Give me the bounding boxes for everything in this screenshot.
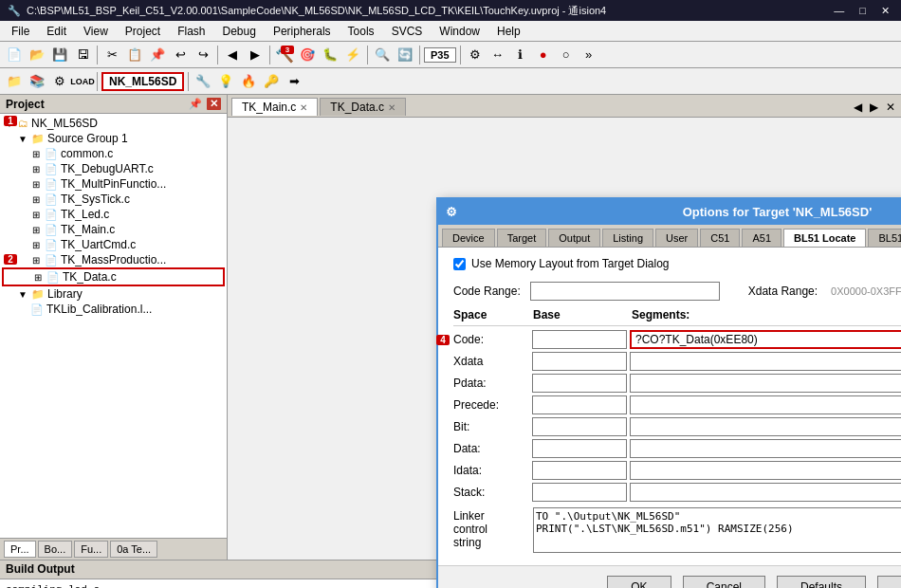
use-memory-checkbox[interactable] [453, 258, 466, 270]
dlg-tab-c51[interactable]: C51 [700, 229, 740, 247]
tree-file-uartcmd[interactable]: ⊞ 📄 TK_UartCmd.c [2, 237, 225, 252]
save-all-button[interactable]: 🖫 [72, 45, 93, 65]
dlg-tab-bl51misc[interactable]: BL51 Misc [868, 229, 901, 247]
code-base-input[interactable] [532, 330, 627, 349]
menu-tools[interactable]: Tools [340, 23, 382, 40]
tab-tkmain[interactable]: TK_Main.c ✕ [231, 98, 318, 116]
arrow-btn[interactable]: ➡ [284, 71, 304, 92]
dlg-tab-device[interactable]: Device [442, 229, 495, 247]
tab-tkdata[interactable]: TK_Data.c ✕ [320, 98, 406, 116]
new-file-button[interactable]: 📄 [4, 45, 25, 65]
precede-base-input[interactable] [532, 395, 627, 414]
panel-tab-fu[interactable]: Fu... [74, 541, 108, 558]
save-button[interactable]: 💾 [49, 45, 70, 65]
debug-btn[interactable]: 🐛 [320, 45, 340, 65]
dlg-tab-output[interactable]: Output [548, 229, 600, 247]
xdata-base-input[interactable] [532, 352, 627, 371]
options-btn[interactable]: ⚙ [465, 45, 486, 65]
load-btn[interactable]: LOAD [72, 71, 93, 92]
menu-edit[interactable]: Edit [39, 23, 74, 40]
menu-peripherals[interactable]: Peripherals [266, 23, 339, 40]
copy-button[interactable]: 📋 [124, 45, 145, 65]
prev-button[interactable]: ◀ [222, 45, 243, 65]
toggle-btn[interactable]: ↔ [487, 45, 508, 65]
maximize-button[interactable]: □ [855, 5, 870, 17]
menu-project[interactable]: Project [118, 23, 168, 40]
dlg-tab-target[interactable]: Target [497, 229, 547, 247]
menu-file[interactable]: File [4, 23, 37, 40]
tree-file-calibration[interactable]: 📄 TKLib_Calibration.l... [2, 302, 225, 317]
dlg-tab-a51[interactable]: A51 [742, 229, 781, 247]
replace-button[interactable]: 🔄 [395, 45, 415, 65]
tree-file-multpin[interactable]: ⊞ 📄 TK_MultPinFunctio... [2, 176, 225, 192]
code-range-input[interactable] [530, 282, 720, 301]
dlg-tab-bl51locate[interactable]: BL51 Locate [783, 229, 866, 247]
linker-control-textarea[interactable]: TO ".\Output\NK_ML56SD" PRINT(".\LST\NK_… [533, 507, 901, 553]
tab-arrow-left[interactable]: ◀ [852, 99, 864, 116]
panel-tab-te[interactable]: 0a Te... [110, 541, 157, 558]
idata-base-input[interactable] [532, 461, 627, 480]
menu-window[interactable]: Window [432, 23, 487, 40]
menu-debug[interactable]: Debug [215, 23, 264, 40]
pdata-base-input[interactable] [532, 374, 627, 393]
menu-help[interactable]: Help [489, 23, 528, 40]
func-btn[interactable]: ⚙ [49, 71, 70, 92]
bit-segments-input[interactable] [630, 417, 901, 436]
info-btn[interactable]: ℹ [510, 45, 531, 65]
dlg-tab-user[interactable]: User [655, 229, 698, 247]
tree-root[interactable]: ▼ 🗂 NK_ML56SD [2, 116, 225, 131]
open-button[interactable]: 📂 [27, 45, 47, 65]
more-btn[interactable]: » [579, 45, 599, 65]
ok-button[interactable]: OK [607, 576, 671, 588]
tab-arrow-right[interactable]: ▶ [868, 99, 880, 116]
stop-btn[interactable]: ○ [556, 45, 577, 65]
chip-btn[interactable]: 💡 [215, 71, 236, 92]
minimize-button[interactable]: — [830, 5, 848, 17]
menu-flash[interactable]: Flash [170, 23, 212, 40]
tree-file-tkdata[interactable]: ⊞ 📄 TK_Data.c [2, 267, 225, 286]
cut-button[interactable]: ✂ [101, 45, 122, 65]
next-button[interactable]: ▶ [245, 45, 266, 65]
find-button[interactable]: 🔍 [372, 45, 393, 65]
tree-file-common[interactable]: ⊞ 📄 common.c [2, 146, 225, 161]
run-btn[interactable]: ● [533, 45, 554, 65]
key-btn[interactable]: 🔑 [261, 71, 282, 92]
menu-view[interactable]: View [76, 23, 116, 40]
tab-close-all[interactable]: ✕ [884, 99, 897, 116]
idata-segments-input[interactable] [630, 461, 901, 480]
tab-tkdata-close[interactable]: ✕ [388, 102, 395, 113]
dlg-tab-listing[interactable]: Listing [602, 229, 653, 247]
close-button[interactable]: ✕ [877, 5, 893, 17]
xdata-segments-input[interactable] [630, 352, 901, 371]
stack-base-input[interactable] [532, 483, 627, 502]
paste-button[interactable]: 📌 [147, 45, 168, 65]
undo-button[interactable]: ↩ [170, 45, 191, 65]
defaults-button[interactable]: Defaults [777, 576, 866, 588]
target-button[interactable]: 🎯 [297, 45, 318, 65]
pdata-segments-input[interactable] [630, 374, 901, 393]
bit-base-input[interactable] [532, 417, 627, 436]
precede-segments-input[interactable] [630, 395, 901, 414]
stack-segments-input[interactable] [630, 483, 901, 502]
panel-close-button[interactable]: ✕ [207, 98, 221, 110]
cancel-button[interactable]: Cancel [683, 576, 765, 588]
build-button[interactable]: 🔨3 [274, 45, 295, 65]
redo-button[interactable]: ↪ [193, 45, 213, 65]
data-base-input[interactable] [532, 439, 627, 458]
tree-source-group[interactable]: ▼ 📁 Source Group 1 [2, 131, 225, 146]
tree-library[interactable]: ▼ 📁 Library [2, 286, 225, 302]
proj-btn[interactable]: 📁 [4, 71, 25, 92]
tree-file-main[interactable]: ⊞ 📄 TK_Main.c [2, 222, 225, 237]
tree-file-systick[interactable]: ⊞ 📄 TK_SysTick.c [2, 192, 225, 207]
flame-btn[interactable]: 🔥 [238, 71, 259, 92]
tree-file-led[interactable]: ⊞ 📄 TK_Led.c [2, 207, 225, 222]
data-segments-input[interactable] [630, 439, 901, 458]
tree-file-massprod[interactable]: ⊞ 📄 TK_MassProductio... [2, 252, 225, 267]
panel-tab-pr[interactable]: Pr... [4, 541, 36, 558]
tab-tkmain-close[interactable]: ✕ [300, 102, 307, 113]
code-segments-input[interactable] [630, 330, 901, 349]
wrench-btn[interactable]: 🔧 [193, 71, 213, 92]
tree-file-debuguart[interactable]: ⊞ 📄 TK_DebugUART.c [2, 161, 225, 176]
book-btn[interactable]: 📚 [27, 71, 47, 92]
pin-button[interactable]: 📌 [186, 98, 205, 110]
